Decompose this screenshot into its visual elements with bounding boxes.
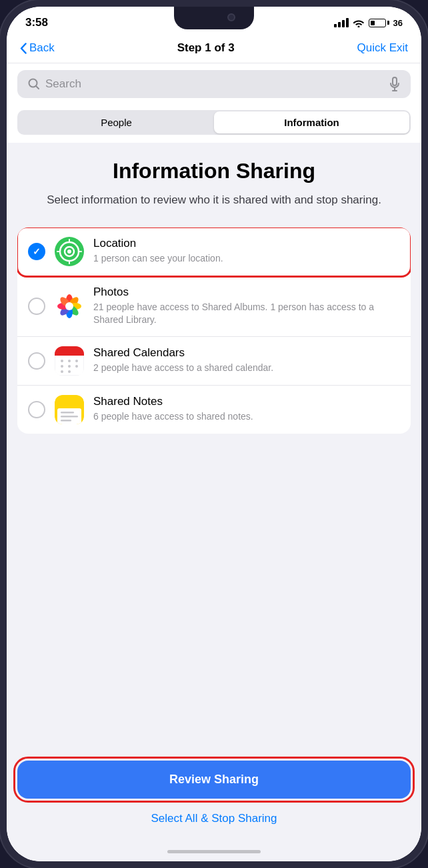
svg-point-28: [75, 365, 78, 368]
svg-point-29: [61, 370, 63, 373]
list-item-location[interactable]: ✓: [17, 228, 411, 276]
calendars-title: Shared Calendars: [93, 346, 400, 360]
notes-icon: [55, 395, 84, 424]
microphone-icon: [389, 77, 400, 91]
list-item-notes[interactable]: Shared Notes 6 people have access to sha…: [17, 386, 411, 434]
wifi-icon: [353, 18, 365, 27]
back-chevron-icon: [20, 43, 27, 54]
tab-information[interactable]: Information: [214, 111, 409, 133]
location-icon: [55, 237, 84, 266]
location-title: Location: [93, 237, 400, 250]
title-section: Information Sharing Select information t…: [17, 143, 411, 214]
front-camera: [227, 13, 235, 21]
status-icons: 36: [334, 18, 403, 28]
radio-calendars: [28, 352, 45, 370]
svg-point-23: [61, 360, 63, 362]
photos-desc: 21 people have access to Shared Albums. …: [93, 301, 400, 327]
svg-point-25: [75, 360, 78, 362]
list-item-photos[interactable]: Photos 21 people have access to Shared A…: [17, 276, 411, 337]
page-title: Information Sharing: [23, 159, 405, 183]
search-container: Search: [7, 63, 421, 105]
svg-point-19: [65, 302, 73, 310]
quick-exit-button[interactable]: Quick Exit: [357, 41, 408, 55]
location-text: Location 1 person can see your location.: [93, 237, 400, 266]
items-list: ✓: [17, 228, 411, 434]
svg-rect-35: [61, 420, 71, 422]
home-bar: [167, 850, 261, 853]
radio-photos: [28, 298, 45, 315]
svg-point-30: [68, 370, 71, 373]
svg-point-5: [67, 250, 71, 254]
phone-frame: 3:58: [0, 0, 428, 868]
battery-level: 36: [393, 18, 403, 28]
notes-text: Shared Notes 6 people have access to sha…: [93, 395, 400, 424]
svg-rect-1: [393, 77, 397, 85]
svg-rect-22: [55, 351, 84, 356]
main-content: Information Sharing Select information t…: [7, 143, 421, 753]
radio-location: ✓: [28, 243, 45, 260]
segment-control: People Information: [7, 105, 421, 143]
search-icon: [28, 78, 40, 90]
svg-point-27: [68, 365, 71, 368]
home-indicator: [7, 841, 421, 861]
tab-people[interactable]: People: [19, 111, 214, 133]
radio-notes: [28, 401, 45, 418]
calendars-text: Shared Calendars 2 people have access to…: [93, 346, 400, 375]
nav-bar: Back Step 1 of 3 Quick Exit: [7, 35, 421, 63]
search-input[interactable]: Search: [45, 77, 384, 91]
notes-title: Shared Notes: [93, 395, 400, 408]
battery-icon: [369, 19, 389, 27]
calendars-desc: 2 people have access to a shared calenda…: [93, 362, 400, 375]
location-app-icon: [55, 237, 84, 266]
bottom-section: Review Sharing Select All & Stop Sharing: [7, 753, 421, 841]
back-button[interactable]: Back: [20, 41, 55, 55]
page-subtitle: Select information to review who it is s…: [23, 191, 405, 209]
review-sharing-button[interactable]: Review Sharing: [17, 761, 411, 799]
photos-icon: [55, 292, 84, 321]
list-item-calendars[interactable]: Shared Calendars 2 people have access to…: [17, 337, 411, 386]
nav-title: Step 1 of 3: [177, 41, 235, 55]
notes-desc: 6 people have access to shared notes.: [93, 410, 400, 424]
svg-rect-34: [61, 416, 78, 418]
back-label: Back: [29, 41, 55, 55]
photos-app-icon: [55, 292, 84, 321]
calendar-app-icon: [55, 346, 84, 376]
status-time: 3:58: [25, 16, 48, 29]
svg-point-24: [68, 360, 71, 362]
signal-strength-icon: [334, 18, 349, 27]
svg-rect-33: [61, 412, 74, 414]
notes-app-icon: [55, 395, 84, 424]
select-all-stop-sharing-button[interactable]: Select All & Stop Sharing: [17, 809, 411, 828]
notch: [174, 7, 254, 29]
phone-screen: 3:58: [7, 7, 421, 861]
calendars-icon: [55, 346, 84, 376]
svg-point-26: [61, 365, 63, 368]
search-bar[interactable]: Search: [17, 70, 411, 98]
photos-title: Photos: [93, 286, 400, 299]
location-desc: 1 person can see your location.: [93, 252, 400, 266]
photos-text: Photos 21 people have access to Shared A…: [93, 286, 400, 327]
